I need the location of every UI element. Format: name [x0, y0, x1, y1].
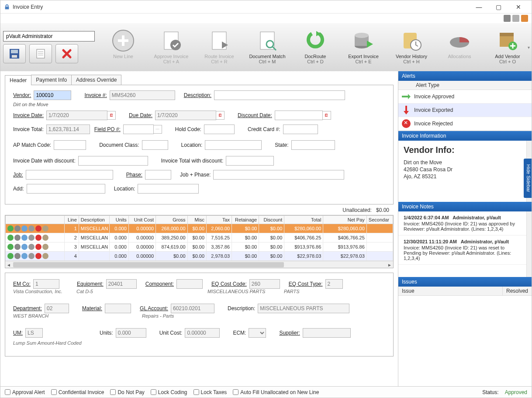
component-input[interactable] — [176, 279, 203, 289]
ap-match-input[interactable] — [54, 140, 86, 150]
grid-col-secondar[interactable]: Secondar — [366, 216, 393, 224]
notes-scrollbar[interactable] — [526, 211, 532, 277]
calendar-icon[interactable]: 🗓 — [322, 111, 331, 120]
phase-input[interactable] — [145, 170, 171, 180]
row-globe-icon[interactable] — [21, 253, 28, 259]
check-do-not-pay[interactable]: Do Not Pay — [110, 389, 144, 395]
department-input[interactable] — [45, 304, 69, 313]
row-cash-icon[interactable] — [28, 253, 35, 259]
grid-col-actions[interactable] — [6, 216, 65, 224]
row-edit-icon[interactable] — [14, 253, 21, 259]
user-field[interactable] — [3, 31, 95, 42]
description-input[interactable] — [214, 90, 345, 100]
checkbox[interactable] — [233, 389, 238, 395]
minimize-button[interactable]: — — [469, 1, 489, 13]
grid-col-tax[interactable]: Tax — [207, 216, 232, 224]
supplier-input[interactable] — [303, 328, 351, 338]
grid-row[interactable]: 2MISCELLAN0.0000.00000389,250.00$0.007,5… — [6, 233, 393, 242]
row-globe-icon[interactable] — [21, 244, 28, 250]
material-input[interactable] — [105, 304, 131, 313]
equipment-input[interactable] — [106, 279, 137, 289]
maximize-button[interactable]: ▢ — [489, 1, 508, 13]
calendar-icon[interactable]: 🗓 — [216, 111, 225, 120]
grid-col-description[interactable]: Description — [79, 216, 109, 224]
row-doc-icon[interactable] — [42, 244, 48, 250]
grid-col-total[interactable]: Total — [284, 216, 323, 224]
row-edit-icon[interactable] — [14, 244, 21, 250]
glaccount-input[interactable] — [171, 304, 214, 313]
toolbar-add-vendor[interactable]: Add VendorCtrl + O — [484, 28, 532, 66]
tab-payment-info[interactable]: Payment Info — [31, 75, 72, 85]
grid-col-line[interactable]: Line — [64, 216, 79, 224]
checkbox[interactable] — [5, 389, 10, 395]
grid-col-units[interactable]: Units — [110, 216, 129, 224]
check-lock-taxes[interactable]: Lock Taxes — [193, 389, 227, 395]
lookup-icon[interactable]: ⋯ — [153, 125, 162, 134]
grid-col-unit-cost[interactable]: Unit Cost — [128, 216, 155, 224]
location-input[interactable] — [205, 140, 262, 150]
row-delete-icon[interactable] — [35, 235, 41, 241]
close-button[interactable]: ✕ — [508, 1, 528, 13]
row-doc-icon[interactable] — [42, 253, 48, 259]
row-add-icon[interactable] — [7, 225, 14, 232]
eqcostcode-input[interactable] — [249, 279, 280, 289]
alert-row-invoice-exported[interactable]: Invoice Exported — [398, 104, 532, 117]
hold-code-input[interactable] — [204, 125, 235, 134]
row-add-icon[interactable] — [7, 244, 14, 250]
check-lock-coding[interactable]: Lock Coding — [151, 389, 187, 395]
units-input[interactable] — [116, 328, 146, 338]
checkbox[interactable] — [110, 389, 116, 395]
row-cash-icon[interactable] — [28, 235, 35, 241]
job-input[interactable] — [26, 170, 113, 180]
hide-sidebar-button[interactable]: Hide Sidebar — [524, 159, 532, 198]
invoice-icon-button[interactable] — [29, 44, 52, 63]
row-globe-icon[interactable] — [21, 235, 28, 241]
row-doc-icon[interactable] — [42, 235, 48, 241]
row-cash-icon[interactable] — [28, 225, 35, 232]
row-doc-icon[interactable] — [42, 225, 48, 232]
checkbox[interactable] — [51, 389, 57, 395]
checkbox[interactable] — [193, 389, 199, 395]
grid-horizontal-scrollbar[interactable]: ◄► — [5, 261, 393, 268]
toolbar-document-match[interactable]: Document MatchCtrl + M — [243, 28, 291, 66]
save-button[interactable] — [3, 44, 26, 63]
toolbar-export-invoice[interactable]: Export InvoiceCtrl + E — [339, 28, 387, 66]
check-approval-alert[interactable]: Approval Alert — [5, 389, 45, 395]
alert-row-invoice-rejected[interactable]: Invoice Rejected — [398, 117, 532, 131]
ecm-select[interactable] — [249, 328, 266, 338]
due-date-input[interactable] — [155, 111, 216, 120]
discount-date-input[interactable] — [275, 111, 323, 120]
grid-row[interactable]: 1MISCELLAN0.0000.00000268,000.00$0.002,0… — [6, 224, 393, 233]
row-delete-icon[interactable] — [35, 253, 41, 259]
lines-grid[interactable]: LineDescriptionUnitsUnit CostGrossMiscTa… — [5, 215, 394, 268]
invoice-date-input[interactable] — [46, 111, 107, 120]
inv-date-disc-input[interactable] — [78, 156, 148, 166]
row-edit-icon[interactable] — [14, 225, 21, 232]
desc-input[interactable] — [258, 304, 349, 313]
alert-row-invoice-approved[interactable]: Invoice Approved — [398, 90, 532, 104]
check-auto-fill-unallocated-on-new-line[interactable]: Auto Fill Unallocated on New Line — [233, 389, 319, 395]
add-input[interactable] — [27, 184, 105, 194]
doc-class-input[interactable] — [142, 140, 168, 150]
pin-icon[interactable] — [504, 15, 511, 22]
delete-button[interactable] — [55, 44, 78, 63]
state-input[interactable] — [291, 140, 335, 150]
grid-row[interactable]: 40.0000.00000$0.00$0.002,978.03$0.00$0.0… — [6, 252, 393, 261]
checkbox[interactable] — [151, 389, 156, 395]
mail-icon[interactable] — [521, 15, 528, 22]
toolbar-docroute[interactable]: DocRouteCtrl + D — [291, 28, 339, 66]
toolbar-expand-icon[interactable]: ▾ — [528, 45, 530, 50]
row-globe-icon[interactable] — [21, 225, 28, 232]
job-phase-input[interactable] — [213, 170, 344, 180]
grid-col-misc[interactable]: Misc — [187, 216, 207, 224]
grid-col-gross[interactable]: Gross — [156, 216, 188, 224]
invoice-total-input[interactable] — [46, 125, 90, 134]
invoice-no-input[interactable] — [110, 90, 175, 100]
location2-input[interactable] — [138, 184, 199, 194]
row-cash-icon[interactable] — [28, 244, 35, 250]
row-add-icon[interactable] — [7, 235, 14, 241]
inv-total-disc-input[interactable] — [226, 156, 274, 166]
tab-header[interactable]: Header — [5, 75, 31, 85]
grid-col-discount[interactable]: Discount — [259, 216, 284, 224]
eqcosttype-input[interactable] — [325, 279, 343, 289]
